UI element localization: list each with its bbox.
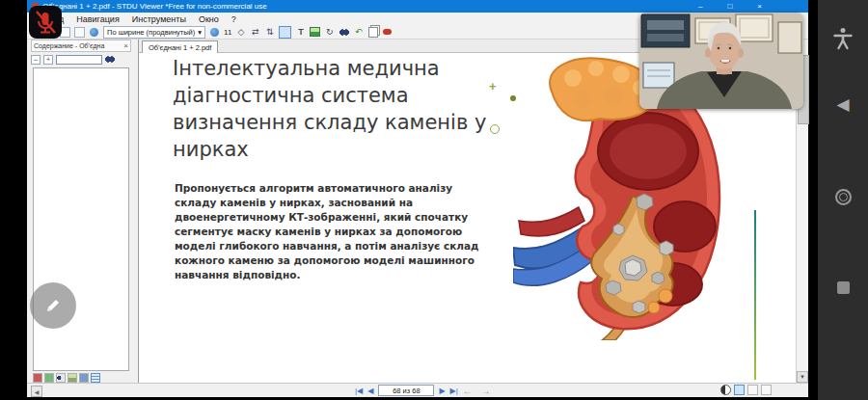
menu-item-navigation[interactable]: Навигация (76, 14, 119, 24)
collapse-all-button[interactable]: – (31, 55, 41, 65)
android-recents-button[interactable] (818, 281, 868, 294)
phone-screen: Об'єднані 1 + 2.pdf - STDU Viewer *Free … (0, 0, 868, 400)
sidebar-search-icon[interactable] (105, 56, 115, 63)
scroll-down-icon[interactable]: ▾ (797, 371, 808, 383)
selection-tool-icon[interactable] (279, 26, 291, 39)
view-mode-buttons (720, 385, 772, 395)
webcam-overlay[interactable] (639, 13, 803, 109)
rotate-icon[interactable]: ↻ (324, 27, 335, 38)
decor-plus: + (489, 79, 497, 93)
tab-contents-icon[interactable] (44, 373, 54, 383)
tab-pages-icon[interactable] (91, 373, 100, 383)
single-page-view-button[interactable] (734, 385, 745, 395)
recents-icon (837, 281, 850, 294)
page-navigation: |◀ ◀ 68 из 68 ▶ ▶| ← → (355, 385, 494, 396)
accessibility-icon (832, 27, 854, 50)
grid-view-button[interactable] (761, 385, 772, 395)
microphone-muted-badge[interactable] (29, 6, 62, 39)
page-layout2-icon[interactable] (74, 27, 85, 38)
fit-page-icon[interactable]: ◇ (235, 27, 246, 38)
fit-mode-icon[interactable] (90, 28, 98, 37)
maximize-button[interactable]: □ (727, 2, 732, 11)
history-forward-button[interactable]: → (481, 386, 494, 396)
sidebar-toolbar: – + (31, 53, 131, 66)
window-controls: – □ × (698, 0, 762, 13)
menu-item-tools[interactable]: Инструменты (132, 14, 186, 24)
export-text-icon[interactable]: T (295, 27, 306, 38)
android-nav-bar: ◀ (818, 0, 868, 400)
search-icon[interactable] (339, 29, 349, 36)
history-back-button[interactable]: ← (463, 386, 475, 396)
fit-width-icon[interactable]: ⇄ (250, 27, 260, 38)
close-button[interactable]: × (757, 2, 762, 11)
tab-search-icon[interactable] (56, 373, 66, 383)
document-tab[interactable]: Об'єднані 1 + 2.pdf (142, 40, 218, 54)
fit-height-icon[interactable]: ⇅ (264, 27, 275, 38)
sidebar-panel: Содержание - Об'єдна × – + (29, 40, 137, 383)
slide-title: Інтелектуальна медична діагностична сист… (173, 55, 539, 163)
menu-item-window[interactable]: Окно (199, 14, 219, 24)
window-title: Об'єднані 1 + 2.pdf - STDU Viewer *Free … (42, 2, 267, 11)
status-bar: ◀ |◀ ◀ 68 из 68 ▶ ▶| ← → (27, 383, 808, 397)
pencil-icon (43, 296, 63, 315)
minimize-button[interactable]: – (698, 2, 702, 11)
window-titlebar[interactable]: Об'єднані 1 + 2.pdf - STDU Viewer *Free … (27, 0, 808, 13)
contrast-icon[interactable] (720, 385, 731, 395)
first-page-button[interactable]: |◀ (355, 387, 363, 395)
android-home-button[interactable] (818, 189, 868, 205)
decor-ring (490, 124, 500, 134)
menu-item-help[interactable]: ? (231, 14, 236, 24)
chevron-down-icon: ▾ (198, 28, 202, 37)
last-page-button[interactable]: ▶| (450, 387, 458, 395)
sidebar-tab-contents[interactable]: Содержание - Об'єдна × (31, 40, 131, 52)
tab-thumbnails-icon[interactable] (68, 373, 77, 383)
tab-layers-icon[interactable] (79, 373, 89, 383)
decor-vertical-line (754, 210, 756, 380)
webcam-video (639, 13, 803, 109)
copy-pages-icon[interactable] (368, 27, 378, 38)
next-page-button[interactable]: ▶ (439, 387, 445, 395)
zoom-value: 11 (224, 28, 231, 37)
android-back-button[interactable]: ◀ (818, 94, 868, 115)
undo-icon[interactable]: ↶ (353, 27, 364, 38)
page-number-field[interactable]: 68 из 68 (378, 385, 434, 396)
mic-muted-icon (29, 6, 62, 39)
accessibility-button[interactable] (818, 27, 868, 50)
home-icon (835, 189, 852, 205)
zoom-apply-icon[interactable] (210, 28, 219, 37)
prev-page-button[interactable]: ◀ (367, 387, 373, 395)
export-image-icon[interactable] (310, 27, 320, 37)
highlight-icon[interactable] (383, 29, 392, 35)
expand-all-button[interactable]: + (43, 55, 53, 65)
sidebar-bottom-tabs (33, 373, 100, 383)
sidebar-search-input[interactable] (56, 55, 102, 65)
sidebar-close-icon[interactable]: × (123, 41, 128, 50)
slide-body-text: Пропонується алгоритм автоматичного анал… (175, 181, 495, 282)
back-icon: ◀ (836, 94, 849, 115)
stdu-viewer-window: Об'єднані 1 + 2.pdf - STDU Viewer *Free … (27, 0, 808, 397)
tab-bookmarks-icon[interactable] (33, 373, 42, 383)
annotate-pencil-button[interactable] (30, 282, 76, 329)
zoom-mode-dropdown[interactable]: По ширине (продвинутый) ▾ (103, 26, 205, 39)
two-page-view-button[interactable] (747, 385, 758, 395)
scroll-left-icon[interactable]: ◀ (31, 386, 42, 397)
